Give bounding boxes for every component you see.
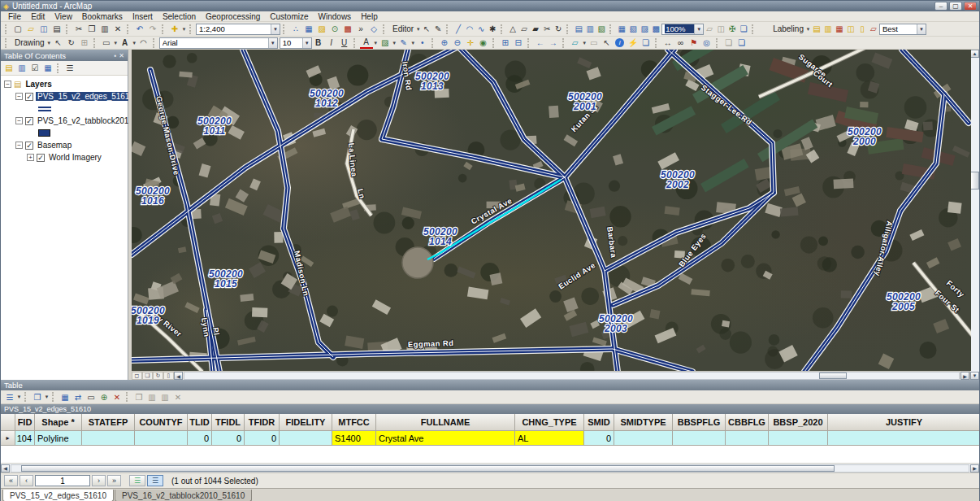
cell-CBBFLG[interactable] bbox=[726, 431, 769, 446]
map-hscrollbar[interactable] bbox=[184, 372, 960, 380]
column-header-TLID[interactable]: TLID bbox=[188, 414, 212, 431]
anchor-tool-button[interactable]: ✠ bbox=[726, 24, 738, 35]
column-header-FULLNAME[interactable]: FULLNAME bbox=[376, 414, 515, 431]
shape-dropdown[interactable]: ▼ bbox=[113, 41, 119, 46]
menu-geoprocessing[interactable]: Geoprocessing bbox=[201, 12, 265, 21]
table-hscroll-thumb[interactable] bbox=[21, 465, 835, 472]
collapse-icon[interactable]: − bbox=[15, 142, 23, 149]
text-tool-button[interactable]: A bbox=[119, 37, 132, 49]
minimize-button[interactable]: – bbox=[934, 2, 947, 11]
pause-labeling-button[interactable]: ▯ bbox=[856, 24, 868, 35]
toc-layer-tabblock[interactable]: − ✓ PVS_16_v2_tabblock2010_51610 bbox=[4, 115, 128, 127]
cell-Shape *[interactable]: Polyline bbox=[35, 431, 82, 446]
delete-selected-button[interactable]: ✕ bbox=[111, 391, 124, 403]
column-header-CBBFLG[interactable]: CBBFLG bbox=[726, 414, 769, 431]
font-color-dropdown[interactable]: ▼ bbox=[373, 41, 379, 46]
select-elements-button[interactable]: ↖ bbox=[52, 37, 65, 49]
cell-BBSP_2020[interactable] bbox=[769, 431, 828, 446]
cell-FID[interactable]: 104 bbox=[15, 431, 35, 446]
data-view-button[interactable]: ◻ bbox=[132, 372, 142, 380]
drawing-menu-dropdown[interactable]: ▼ bbox=[46, 41, 52, 46]
table-delete-button[interactable]: ✕ bbox=[171, 391, 184, 403]
sketch-properties-button[interactable]: ▥ bbox=[584, 24, 596, 35]
column-header-CHNG_TYPE[interactable]: CHNG_TYPE bbox=[515, 414, 584, 431]
hyperlink-tool[interactable]: ⚡ bbox=[627, 37, 640, 49]
toc-layer-edges[interactable]: − ✓ PVS_15_v2_edges_51610 bbox=[4, 90, 128, 102]
toc-layer-world-imagery[interactable]: + ✓ World Imagery bbox=[4, 151, 128, 163]
select-features-tool[interactable]: ▱ bbox=[569, 37, 582, 49]
layer-name-edges[interactable]: PVS_15_v2_edges_51610 bbox=[36, 92, 136, 101]
menu-windows[interactable]: Windows bbox=[314, 12, 357, 21]
trace-button[interactable]: ∿ bbox=[475, 24, 487, 35]
menu-help[interactable]: Help bbox=[356, 12, 383, 21]
drawing-menu-label[interactable]: Drawing bbox=[11, 38, 46, 47]
callout-tool-button[interactable]: ◠ bbox=[137, 37, 150, 49]
line-symbol[interactable] bbox=[38, 107, 51, 111]
editor-menu-dropdown[interactable]: ▼ bbox=[415, 27, 421, 32]
fill-color-dropdown[interactable]: ▼ bbox=[392, 41, 397, 46]
map-canvas[interactable]: Iron RdGeorge Mason DriveLa LineaLnMadis… bbox=[132, 50, 971, 371]
grid-tool-button[interactable]: ▧ bbox=[627, 24, 639, 35]
column-header-BBSPFLG[interactable]: BBSPFLG bbox=[673, 414, 726, 431]
table-paste-button[interactable]: ▥ bbox=[145, 391, 158, 403]
open-button[interactable]: ▱ bbox=[24, 24, 37, 35]
rectangle-tool-button[interactable]: ▭ bbox=[100, 37, 113, 49]
layer-checkbox[interactable]: ✓ bbox=[25, 142, 33, 150]
italic-button[interactable]: I bbox=[325, 37, 338, 49]
collapse-icon[interactable]: − bbox=[4, 81, 11, 88]
paste-button[interactable]: ▥ bbox=[98, 24, 111, 35]
map-hscroll-right[interactable]: ▶ bbox=[960, 372, 969, 380]
edit-tool-button[interactable]: ↖ bbox=[421, 24, 432, 35]
grid-data-row[interactable]: ▸104Polyline000S1400Crystal AveAL0 bbox=[1, 431, 979, 446]
cell-STATEFP[interactable] bbox=[82, 431, 135, 446]
underline-button[interactable]: U bbox=[338, 37, 351, 49]
collapse-icon[interactable]: − bbox=[15, 93, 23, 100]
view-unplaced-button[interactable]: ▱ bbox=[868, 24, 879, 35]
split-button[interactable]: ✂ bbox=[541, 24, 553, 35]
switch-selection-button[interactable]: ⇄ bbox=[72, 391, 85, 403]
add-data-button[interactable]: ✚ bbox=[168, 24, 181, 35]
map-vscroll-down[interactable]: ▼ bbox=[970, 372, 979, 380]
column-header-FIDELITY[interactable]: FIDELITY bbox=[280, 414, 332, 431]
cut-polygons-button[interactable]: ▰ bbox=[530, 24, 541, 35]
table-options-dropdown[interactable]: ▼ bbox=[16, 394, 22, 399]
toc-layer-basemap[interactable]: − ✓ Basemap bbox=[4, 139, 128, 151]
toc-options-button[interactable]: ☰ bbox=[63, 63, 76, 74]
python-button[interactable]: » bbox=[354, 24, 367, 35]
go-back-extent-button[interactable]: ← bbox=[534, 37, 547, 49]
cell-FULLNAME[interactable]: Crystal Ave bbox=[376, 431, 515, 446]
map-scale-combo[interactable]: 1:2,400 ▼ bbox=[196, 24, 280, 35]
arc-segment-button[interactable]: ◠ bbox=[464, 24, 475, 35]
identify-tool[interactable]: i bbox=[614, 37, 627, 49]
zoom-to-selected-button[interactable]: ⊕ bbox=[98, 391, 111, 403]
close-button[interactable]: ✕ bbox=[964, 2, 977, 11]
cell-MTFCC[interactable]: S1400 bbox=[332, 431, 376, 446]
table-tab-PVS_16_v2_tabblock2010_51610[interactable]: PVS_16_v2_tabblock2010_51610 bbox=[115, 490, 252, 501]
bold-button[interactable]: B bbox=[312, 37, 325, 49]
column-header-TFIDL[interactable]: TFIDL bbox=[212, 414, 245, 431]
html-popup-tool[interactable]: ❏ bbox=[640, 37, 653, 49]
select-features-dropdown[interactable]: ▼ bbox=[582, 41, 588, 46]
related-tables-dropdown[interactable]: ▼ bbox=[44, 394, 50, 399]
pan-tool[interactable]: ✛ bbox=[464, 37, 477, 49]
line-color-dropdown[interactable]: ▼ bbox=[410, 41, 416, 46]
menu-view[interactable]: View bbox=[50, 12, 77, 21]
zoom-in-tool[interactable]: ⊕ bbox=[438, 37, 451, 49]
menu-selection[interactable]: Selection bbox=[158, 12, 201, 21]
toc-root-layers[interactable]: − ▤ Layers bbox=[4, 78, 128, 90]
grid-tool-button[interactable]: ▨ bbox=[639, 24, 650, 35]
label-weight-button[interactable]: ▦ bbox=[834, 24, 845, 35]
maximize-button[interactable]: ▢ bbox=[949, 2, 962, 11]
table-options-button[interactable]: ☰ bbox=[3, 391, 16, 403]
rotate-element-button[interactable]: ↻ bbox=[65, 37, 78, 49]
column-header-COUNTYF[interactable]: COUNTYF bbox=[135, 414, 188, 431]
column-header-MTFCC[interactable]: MTFCC bbox=[332, 414, 376, 431]
row-selector-cell[interactable]: ▸ bbox=[1, 431, 15, 446]
show-selected-records-button[interactable]: ☰ bbox=[147, 475, 163, 486]
list-by-selection-button[interactable]: ▦ bbox=[41, 63, 54, 74]
cell-BBSPFLG[interactable] bbox=[673, 431, 726, 446]
font-size-dropdown[interactable]: ▼ bbox=[302, 38, 311, 48]
zoom-percent-combo[interactable]: 100% ▼ bbox=[661, 24, 704, 35]
select-elements-tool[interactable]: ↖ bbox=[601, 37, 614, 49]
menu-file[interactable]: File bbox=[3, 12, 26, 21]
